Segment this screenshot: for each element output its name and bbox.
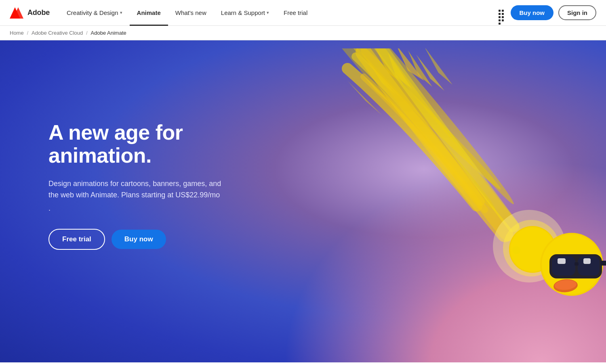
svg-rect-16 [583,258,591,264]
brand-name: Adobe [27,8,50,17]
nav-creativity-design[interactable]: Creativity & Design ▾ [59,0,130,26]
svg-point-9 [512,246,520,254]
breadcrumb-sep-2: / [86,30,87,36]
svg-rect-18 [600,261,606,266]
hero-illustration [267,48,606,355]
adobe-logo-icon [10,7,23,19]
svg-rect-15 [558,258,566,264]
hero-dot: . [48,204,275,213]
breadcrumb-creative-cloud[interactable]: Adobe Creative Cloud [32,30,83,36]
apps-grid-icon[interactable] [498,9,506,17]
nav-links: Creativity & Design ▾ Animate What's new… [59,0,498,26]
nav-free-trial[interactable]: Free trial [276,0,315,26]
chevron-down-icon: ▾ [267,10,269,15]
nav-sign-in-button[interactable]: Sign in [558,5,596,20]
nav-whats-new[interactable]: What's new [168,0,214,26]
hero-buy-now-button[interactable]: Buy now [112,230,166,249]
hero-section: A new age for animation. Design animatio… [0,40,606,362]
hero-title: A new age for animation. [48,121,275,167]
nav-actions: Buy now Sign in [498,5,597,20]
breadcrumb-home[interactable]: Home [10,30,24,36]
hero-description: Design animations for cartoons, banners,… [48,178,242,201]
adobe-logo-link[interactable]: Adobe [10,7,50,19]
breadcrumb: Home / Adobe Creative Cloud / Adobe Anim… [0,26,606,40]
hero-buttons: Free trial Buy now [48,229,275,250]
nav-animate[interactable]: Animate [130,0,168,26]
hero-free-trial-button[interactable]: Free trial [48,229,105,250]
nav-learn-support[interactable]: Learn & Support ▾ [214,0,276,26]
chevron-down-icon: ▾ [120,10,122,15]
main-nav: Adobe Creativity & Design ▾ Animate What… [0,0,606,26]
hero-content: A new age for animation. Design animatio… [48,121,275,250]
svg-rect-17 [574,262,579,266]
breadcrumb-sep-1: / [27,30,28,36]
breadcrumb-current: Adobe Animate [91,30,126,36]
nav-buy-button[interactable]: Buy now [511,5,554,20]
